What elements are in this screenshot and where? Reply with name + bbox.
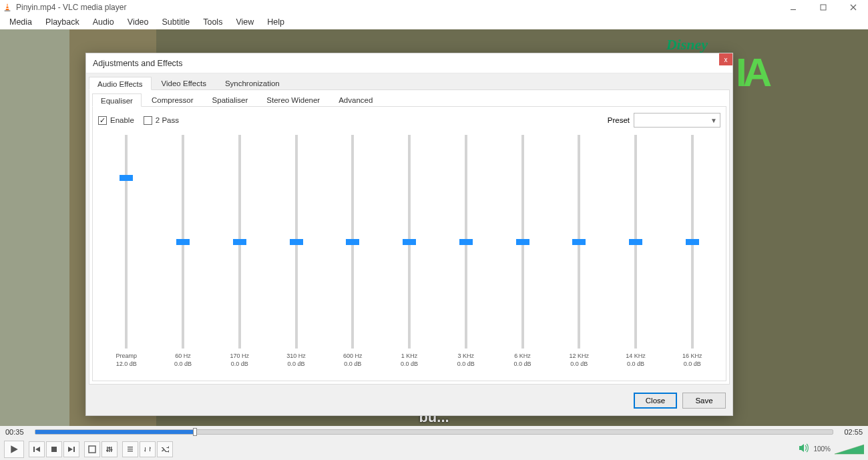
- svg-marker-0: [5, 3, 9, 11]
- menu-view[interactable]: View: [229, 15, 260, 29]
- tab-audio-effects[interactable]: Audio Effects: [89, 77, 152, 90]
- eq-band-0-track[interactable]: [182, 135, 184, 349]
- eq-band-2-thumb[interactable]: [290, 239, 303, 245]
- stop-button[interactable]: [46, 441, 62, 457]
- eq-band-3-thumb[interactable]: [346, 239, 359, 245]
- svg-rect-2: [6, 5, 9, 6]
- extended-settings-button[interactable]: [101, 441, 118, 457]
- menu-subtitle[interactable]: Subtitle: [156, 15, 197, 29]
- preamp-slider-freq-label: Preamp: [116, 353, 138, 359]
- menu-audio[interactable]: Audio: [86, 15, 121, 29]
- window-buttons: [778, 0, 868, 15]
- eq-band-5: 3 KHz0.0 dB: [437, 132, 494, 373]
- eq-band-8-value-label: 0.0 dB: [627, 361, 644, 367]
- subtab-advanced[interactable]: Advanced: [330, 93, 381, 106]
- enable-checkbox[interactable]: Enable: [98, 116, 134, 125]
- eq-band-1: 170 Hz0.0 dB: [211, 132, 268, 373]
- subtab-stereo-widener[interactable]: Stereo Widener: [258, 93, 329, 106]
- eq-band-9-thumb[interactable]: [686, 239, 699, 245]
- twopass-checkbox[interactable]: 2 Pass: [144, 116, 179, 125]
- svg-marker-8: [11, 445, 17, 453]
- svg-rect-21: [128, 447, 133, 447]
- eq-band-2-value-label: 0.0 dB: [288, 361, 305, 367]
- eq-band-7-thumb[interactable]: [572, 239, 586, 245]
- seek-slider[interactable]: [35, 429, 833, 435]
- eq-band-4-track[interactable]: [408, 135, 411, 349]
- menu-help[interactable]: Help: [260, 15, 291, 29]
- dialog-buttons: Close Save: [86, 387, 732, 415]
- subtab-equaliser[interactable]: Equaliser: [92, 93, 142, 107]
- shuffle-button[interactable]: [157, 441, 173, 457]
- playlist-button[interactable]: [122, 441, 138, 457]
- menu-media[interactable]: Media: [3, 15, 39, 29]
- dialog-title: Adjustments and Effects: [93, 59, 183, 68]
- preamp-slider: Preamp12.0 dB: [98, 132, 155, 373]
- eq-band-6-freq-label: 6 KHz: [514, 353, 531, 359]
- maximize-button[interactable]: [808, 0, 838, 15]
- eq-band-6: 6 KHz0.0 dB: [494, 132, 551, 373]
- svg-rect-20: [110, 449, 113, 451]
- twopass-label: 2 Pass: [156, 116, 179, 124]
- preamp-slider-thumb[interactable]: [120, 175, 133, 181]
- audio-effects-panel: Equaliser Compressor Spatialiser Stereo …: [89, 89, 730, 385]
- equaliser-sliders: Preamp12.0 dB60 Hz0.0 dB170 Hz0.0 dB310 …: [98, 132, 720, 373]
- eq-band-3-value-label: 0.0 dB: [344, 361, 361, 367]
- svg-rect-3: [6, 8, 9, 9]
- svg-marker-24: [799, 444, 804, 452]
- svg-rect-19: [108, 447, 111, 449]
- close-button[interactable]: Close: [634, 393, 677, 409]
- seek-handle[interactable]: [193, 428, 197, 436]
- eq-band-0-thumb[interactable]: [176, 239, 190, 245]
- dialog-title-bar[interactable]: Adjustments and Effects x: [86, 53, 732, 73]
- previous-button[interactable]: [29, 441, 45, 457]
- eq-band-5-value-label: 0.0 dB: [457, 361, 475, 367]
- eq-band-6-track[interactable]: [521, 135, 524, 349]
- tab-video-effects[interactable]: Video Effects: [153, 76, 215, 89]
- eq-band-3-freq-label: 600 Hz: [343, 353, 363, 359]
- dialog-tabs: Audio Effects Video Effects Synchronizat…: [86, 73, 732, 89]
- menu-tools[interactable]: Tools: [196, 15, 229, 29]
- total-time[interactable]: 02:55: [839, 428, 863, 436]
- minimize-button[interactable]: [778, 0, 808, 15]
- eq-band-5-thumb[interactable]: [459, 239, 473, 245]
- eq-band-0-freq-label: 60 Hz: [175, 353, 191, 359]
- preset-control: Preset ▼: [608, 113, 720, 128]
- eq-band-8-thumb[interactable]: [629, 239, 642, 245]
- eq-band-8-track[interactable]: [634, 135, 637, 349]
- eq-band-9-value-label: 0.0 dB: [684, 361, 701, 367]
- subtab-spatialiser[interactable]: Spatialiser: [204, 93, 257, 106]
- svg-rect-15: [107, 447, 108, 452]
- menu-playback[interactable]: Playback: [39, 15, 86, 29]
- eq-band-2-track[interactable]: [295, 135, 298, 349]
- svg-marker-25: [835, 445, 864, 454]
- loop-button[interactable]: [140, 441, 156, 457]
- titlebar: Pinyin.mp4 - VLC media player: [0, 0, 868, 15]
- menu-video[interactable]: Video: [121, 15, 156, 29]
- eq-band-1-track[interactable]: [238, 135, 241, 349]
- eq-band-5-freq-label: 3 KHz: [458, 353, 475, 359]
- volume-slider[interactable]: [835, 443, 864, 455]
- svg-marker-12: [68, 447, 73, 452]
- speaker-icon[interactable]: [799, 443, 809, 455]
- eq-band-1-thumb[interactable]: [233, 239, 246, 245]
- close-window-button[interactable]: [838, 0, 868, 15]
- svg-rect-18: [106, 450, 109, 451]
- preamp-slider-value-label: 12.0 dB: [116, 361, 137, 367]
- play-button[interactable]: [4, 441, 24, 458]
- elapsed-time[interactable]: 00:35: [5, 428, 29, 436]
- eq-band-4-thumb[interactable]: [403, 239, 416, 245]
- eq-band-9-track[interactable]: [691, 135, 694, 349]
- save-button[interactable]: Save: [682, 393, 726, 409]
- eq-band-7-track[interactable]: [578, 135, 580, 349]
- eq-band-6-thumb[interactable]: [516, 239, 529, 245]
- seek-bar-row: 00:35 02:55: [0, 426, 868, 438]
- subtab-compressor[interactable]: Compressor: [143, 93, 202, 106]
- fullscreen-button[interactable]: [84, 441, 100, 457]
- next-button[interactable]: [63, 441, 79, 457]
- tab-synchronization[interactable]: Synchronization: [216, 76, 288, 89]
- preset-dropdown[interactable]: ▼: [634, 113, 720, 128]
- preamp-slider-track[interactable]: [125, 135, 128, 349]
- eq-band-3-track[interactable]: [351, 135, 354, 349]
- eq-band-5-track[interactable]: [465, 135, 467, 349]
- dialog-close-button[interactable]: x: [719, 53, 732, 65]
